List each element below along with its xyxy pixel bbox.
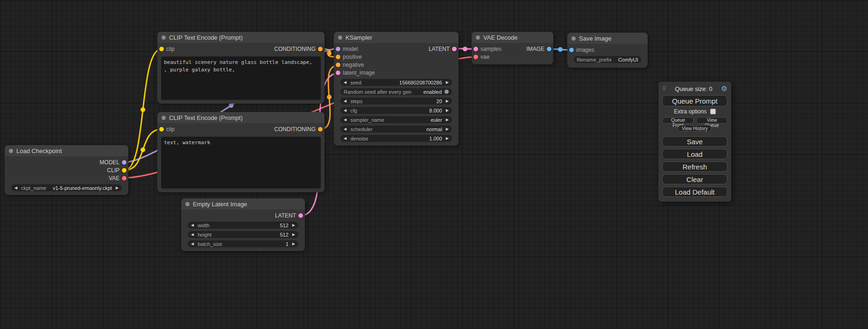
decrement-arrow-icon[interactable]: ◀ (344, 108, 346, 112)
node-save-image[interactable]: Save Image images filename_prefix ComfyU… (567, 33, 648, 68)
widget-steps[interactable]: ◀ steps 20 ▶ (340, 98, 452, 105)
node-empty-latent-image[interactable]: Empty Latent Image LATENT ◀ width 512 ▶ … (181, 198, 305, 251)
increment-arrow-icon[interactable]: ▶ (292, 242, 295, 246)
slot-row: MODEL (5, 158, 128, 166)
input-dot-negative[interactable] (336, 63, 340, 67)
link-dot (229, 103, 233, 108)
node-title: Empty Latent Image (193, 201, 247, 208)
collapse-dot[interactable] (185, 202, 190, 206)
input-dot-images[interactable] (569, 48, 574, 52)
collapse-dot[interactable] (572, 36, 576, 41)
widget-ckpt-name[interactable]: ◀ ckpt_name v1-5-pruned-emaonly.ckpt ▶ (11, 184, 122, 191)
menu-header: ⠿ Queue size: 0 ⚙ (662, 84, 727, 94)
decrement-arrow-icon[interactable]: ◀ (344, 136, 346, 140)
node-title-bar[interactable]: KSampler (334, 32, 459, 43)
output-dot-model[interactable] (122, 160, 127, 165)
increment-arrow-icon[interactable]: ▶ (292, 223, 295, 227)
input-dot-latent-image[interactable] (336, 70, 340, 75)
save-button[interactable]: Save (662, 136, 727, 147)
increment-arrow-icon[interactable]: ▶ (446, 99, 449, 103)
positive-prompt-textarea[interactable]: beautiful scenery nature glass bottle la… (161, 56, 321, 100)
extra-options-row: Extra options (662, 107, 727, 116)
widget-seed[interactable]: ◀ seed 156680208700286 ▶ (340, 79, 452, 86)
decrement-arrow-icon[interactable]: ◀ (191, 242, 194, 246)
input-label-clip: clip (166, 126, 175, 133)
increment-arrow-icon[interactable]: ▶ (446, 108, 449, 112)
queue-front-button[interactable]: Queue Front (662, 117, 694, 124)
next-value-arrow-icon[interactable]: ▶ (446, 127, 449, 131)
node-title-bar[interactable]: CLIP Text Encode (Prompt) (157, 32, 325, 43)
queue-prompt-button[interactable]: Queue Prompt (662, 95, 727, 106)
node-title-bar[interactable]: Save Image (567, 33, 648, 44)
node-load-checkpoint[interactable]: Load Checkpoint MODEL CLIP VAE ◀ ckpt_na… (5, 145, 128, 195)
view-queue-button[interactable]: View Queue (696, 117, 727, 124)
decrement-arrow-icon[interactable]: ◀ (344, 99, 346, 103)
input-dot-clip[interactable] (159, 47, 164, 51)
widget-scheduler[interactable]: ◀ scheduler normal ▶ (340, 126, 452, 133)
load-default-button[interactable]: Load Default (662, 187, 727, 197)
output-dot-conditioning[interactable] (318, 127, 323, 132)
negative-prompt-textarea[interactable]: text, watermark (161, 137, 321, 189)
collapse-dot[interactable] (338, 35, 342, 40)
input-dot-model[interactable] (336, 47, 340, 51)
node-canvas[interactable]: Load Checkpoint MODEL CLIP VAE ◀ ckpt_na… (0, 0, 868, 329)
widget-value: 8.000 (429, 108, 442, 113)
clear-button[interactable]: Clear (662, 174, 727, 184)
decrement-arrow-icon[interactable]: ◀ (344, 80, 346, 84)
widget-filename-prefix[interactable]: filename_prefix ComfyUI (574, 56, 641, 63)
node-ksampler[interactable]: KSampler model LATENT positive negative … (334, 32, 459, 146)
node-title-bar[interactable]: Load Checkpoint (5, 145, 128, 156)
queue-buttons-row: Queue Front View Queue (662, 117, 727, 124)
collapse-dot[interactable] (162, 35, 166, 40)
widget-cfg[interactable]: ◀ cfg 8.000 ▶ (340, 107, 452, 114)
prev-value-arrow-icon[interactable]: ◀ (14, 186, 17, 190)
link-dot (327, 51, 332, 56)
decrement-arrow-icon[interactable]: ◀ (191, 232, 194, 237)
widget-width[interactable]: ◀ width 512 ▶ (188, 222, 298, 229)
node-clip-text-encode-positive[interactable]: CLIP Text Encode (Prompt) clip CONDITION… (157, 32, 325, 104)
collapse-dot[interactable] (162, 116, 166, 120)
refresh-button[interactable]: Refresh (662, 161, 727, 172)
collapse-dot[interactable] (9, 149, 13, 153)
input-label-samples: samples (480, 46, 501, 52)
output-dot-conditioning[interactable] (318, 47, 323, 51)
collapse-dot[interactable] (476, 35, 480, 40)
settings-gear-icon[interactable]: ⚙ (721, 84, 727, 93)
next-value-arrow-icon[interactable]: ▶ (446, 118, 449, 122)
extra-options-checkbox[interactable] (710, 109, 716, 114)
node-title: CLIP Text Encode (Prompt) (169, 34, 243, 41)
queue-menu-panel: ⠿ Queue size: 0 ⚙ Queue Prompt Extra opt… (658, 82, 731, 202)
widget-batch-size[interactable]: ◀ batch_size 1 ▶ (188, 240, 298, 247)
widget-height[interactable]: ◀ height 512 ▶ (188, 231, 298, 238)
increment-arrow-icon[interactable]: ▶ (446, 136, 449, 140)
slot-row: clip CONDITIONING (157, 125, 325, 133)
prev-value-arrow-icon[interactable]: ◀ (344, 127, 346, 131)
widget-random-seed-control[interactable]: Random seed after every gen enabled (340, 88, 452, 95)
output-dot-vae[interactable] (122, 176, 127, 181)
widget-name: cfg (350, 108, 357, 113)
drag-handle-icon[interactable]: ⠿ (662, 85, 666, 92)
output-dot-clip[interactable] (122, 168, 127, 173)
widget-denoise[interactable]: ◀ denoise 1.000 ▶ (340, 135, 452, 142)
node-vae-decode[interactable]: VAE Decode samples IMAGE vae (472, 32, 553, 64)
next-value-arrow-icon[interactable]: ▶ (116, 186, 119, 190)
input-dot-clip[interactable] (159, 127, 164, 132)
increment-arrow-icon[interactable]: ▶ (446, 80, 449, 84)
input-dot-positive[interactable] (336, 55, 340, 59)
load-button[interactable]: Load (662, 149, 727, 159)
node-title-bar[interactable]: VAE Decode (472, 32, 553, 43)
input-dot-vae[interactable] (473, 55, 478, 59)
node-title-bar[interactable]: CLIP Text Encode (Prompt) (157, 112, 325, 123)
output-dot-latent[interactable] (298, 213, 303, 218)
increment-arrow-icon[interactable]: ▶ (292, 232, 295, 237)
node-title-bar[interactable]: Empty Latent Image (181, 198, 305, 210)
view-history-button[interactable]: View History (678, 125, 711, 132)
node-clip-text-encode-negative[interactable]: CLIP Text Encode (Prompt) clip CONDITION… (157, 112, 325, 192)
decrement-arrow-icon[interactable]: ◀ (191, 223, 194, 227)
widget-sampler-name[interactable]: ◀ sampler_name euler ▶ (340, 116, 452, 123)
output-dot-latent[interactable] (452, 47, 457, 51)
toggle-dot[interactable] (445, 90, 449, 94)
input-dot-samples[interactable] (473, 47, 478, 51)
output-dot-image[interactable] (547, 47, 551, 51)
prev-value-arrow-icon[interactable]: ◀ (344, 118, 346, 122)
